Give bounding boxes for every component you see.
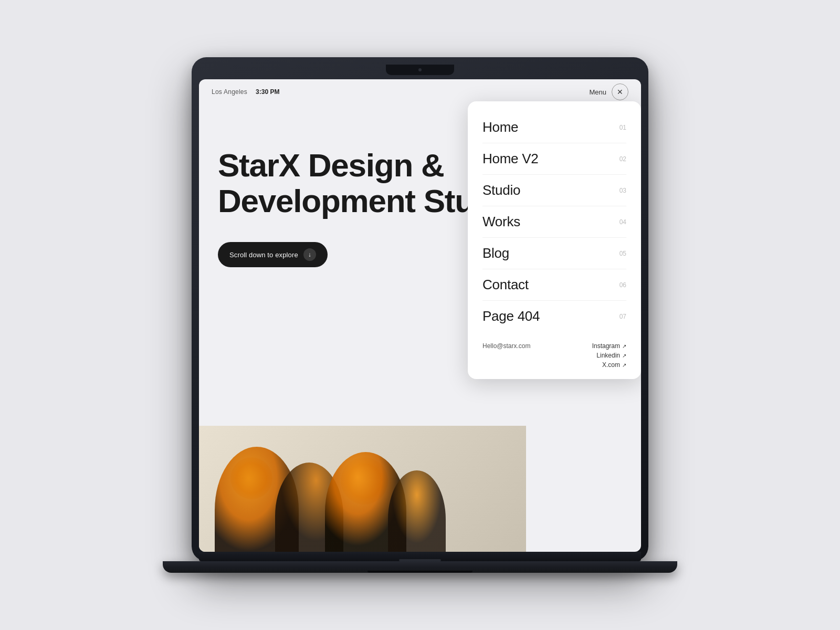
nav-right: Menu ✕ (589, 83, 628, 100)
laptop-body: Los Angeles 3:30 PM Menu ✕ StarX Design … (192, 57, 648, 561)
menu-social-links: Instagram ↗ Linkedin ↗ X.com ↗ (592, 342, 626, 369)
menu-label: Menu (589, 88, 606, 96)
menu-item-number: 04 (620, 218, 626, 226)
menu-items-list: Home 01 Home V2 02 Studio 03 Works (468, 112, 641, 332)
menu-item-label: Blog (482, 245, 509, 261)
social-linkedin[interactable]: Linkedin ↗ (596, 352, 626, 359)
menu-item-number: 05 (620, 250, 626, 257)
laptop-top-bar (199, 65, 641, 79)
social-x-label: X.com (602, 361, 620, 369)
scroll-down-button[interactable]: Scroll down to explore ↓ (218, 242, 328, 267)
menu-item-label: Works (482, 214, 520, 230)
nav-time: 3:30 PM (256, 88, 279, 96)
menu-item-blog[interactable]: Blog 05 (482, 238, 626, 269)
menu-item-label: Home V2 (482, 151, 539, 167)
screen-content: Los Angeles 3:30 PM Menu ✕ StarX Design … (199, 79, 641, 552)
menu-item-contact[interactable]: Contact 06 (482, 269, 626, 301)
menu-item-number: 01 (620, 124, 626, 131)
menu-email[interactable]: Hello@starx.com (482, 342, 531, 350)
hero-title-line2: Development Stud (218, 183, 493, 219)
laptop-chin (199, 552, 641, 561)
social-linkedin-label: Linkedin (596, 352, 620, 359)
menu-item-studio[interactable]: Studio 03 (482, 175, 626, 206)
social-instagram[interactable]: Instagram ↗ (592, 342, 626, 350)
scroll-btn-label: Scroll down to explore (229, 251, 298, 259)
figures-container (199, 426, 526, 552)
external-link-icon: ↗ (622, 353, 626, 359)
arrow-down-icon: ↓ (303, 248, 316, 261)
external-link-icon: ↗ (622, 343, 626, 349)
menu-item-label: Studio (482, 182, 520, 198)
nav-left: Los Angeles 3:30 PM (212, 88, 279, 96)
social-x[interactable]: X.com ↗ (602, 361, 626, 369)
screen-bezel: Los Angeles 3:30 PM Menu ✕ StarX Design … (199, 79, 641, 552)
menu-toggle-button[interactable]: ✕ (612, 83, 628, 100)
hero-title-line1: StarX Design & (218, 147, 444, 183)
nav-location: Los Angeles (212, 88, 247, 96)
menu-item-home[interactable]: Home 01 (482, 112, 626, 143)
navigation-dropdown: Home 01 Home V2 02 Studio 03 Works (468, 101, 641, 379)
menu-item-works[interactable]: Works 04 (482, 206, 626, 238)
menu-item-page404[interactable]: Page 404 07 (482, 301, 626, 332)
close-icon: ✕ (617, 88, 623, 96)
menu-item-home-v2[interactable]: Home V2 02 (482, 143, 626, 175)
menu-item-number: 03 (620, 187, 626, 194)
menu-item-number: 06 (620, 281, 626, 289)
social-instagram-label: Instagram (592, 342, 620, 350)
webcam-dot (418, 68, 422, 71)
hero-image-strip (199, 426, 526, 552)
hero-image-background (199, 426, 526, 552)
laptop-base (163, 561, 677, 573)
nav-bar: Los Angeles 3:30 PM Menu ✕ (199, 79, 641, 104)
menu-item-label: Page 404 (482, 308, 540, 324)
menu-item-label: Contact (482, 277, 529, 293)
menu-item-number: 07 (620, 313, 626, 320)
menu-item-label: Home (482, 119, 518, 135)
menu-item-number: 02 (620, 155, 626, 163)
menu-footer: Hello@starx.com Instagram ↗ Linkedin ↗ (468, 332, 641, 369)
external-link-icon: ↗ (622, 362, 626, 368)
webcam-notch (386, 65, 454, 75)
